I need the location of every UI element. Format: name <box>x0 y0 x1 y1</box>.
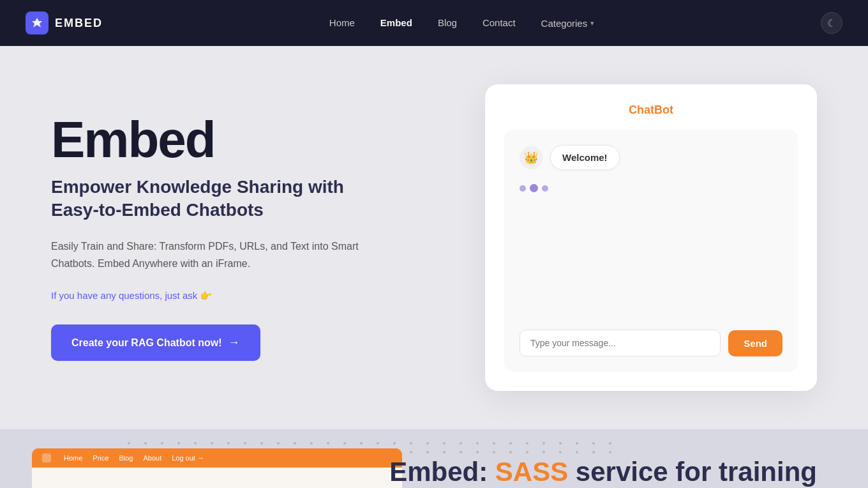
chatbot-card: ChatBot 👑 Welcome! <box>485 84 817 391</box>
logo-icon <box>26 11 49 34</box>
nav-item-embed[interactable]: Embed <box>380 17 412 29</box>
widget-nav-price: Price <box>93 454 108 462</box>
bottom-widget: Home Price Blog About Log out → <box>32 448 402 488</box>
dot-3 <box>542 185 548 192</box>
svg-point-0 <box>35 21 39 25</box>
nav-item-contact[interactable]: Contact <box>483 17 516 29</box>
bottom-text-line1: Embed: SASS service for training <box>389 457 817 487</box>
widget-nav-blog: Blog <box>119 454 133 462</box>
bottom-strip: Home Price Blog About Log out → Embed: S… <box>0 429 868 488</box>
logo[interactable]: EMBED <box>26 11 103 34</box>
widget-nav-links: Home Price Blog About Log out → <box>64 454 204 462</box>
chatbot-inner: 👑 Welcome! Send <box>504 130 798 372</box>
nav-categories[interactable]: Categories ▾ <box>541 18 595 29</box>
bottom-right-text: Embed: SASS service for training <box>389 457 817 487</box>
chat-input[interactable] <box>520 330 721 356</box>
widget-body <box>32 468 402 488</box>
dot-2 <box>530 184 538 192</box>
nav-links: Home Embed Blog Contact Categories ▾ <box>329 17 594 29</box>
dot-1 <box>520 185 526 192</box>
question-link[interactable]: If you have any questions, just ask 👉 <box>51 290 212 301</box>
widget-nav-home: Home <box>64 454 82 462</box>
widget-top-bar: Home Price Blog About Log out → <box>32 448 402 468</box>
hero-description: Easily Train and Share: Transform PDFs, … <box>51 238 383 272</box>
nav-item-home[interactable]: Home <box>329 17 355 29</box>
navbar: EMBED Home Embed Blog Contact Categories… <box>0 0 868 46</box>
hero-right: ChatBot 👑 Welcome! <box>485 84 817 391</box>
hero-left: Embed Empower Knowledge Sharing withEasy… <box>51 114 434 361</box>
chat-messages: 👑 Welcome! <box>520 145 782 317</box>
welcome-message-row: 👑 Welcome! <box>520 145 782 170</box>
chatbot-title: ChatBot <box>504 103 798 117</box>
send-button[interactable]: Send <box>728 330 782 356</box>
logo-text: EMBED <box>55 17 103 30</box>
moon-icon: ☾ <box>827 17 836 29</box>
nav-item-blog[interactable]: Blog <box>438 17 457 29</box>
crown-icon: 👑 <box>524 151 538 165</box>
hero-section: Embed Empower Knowledge Sharing withEasy… <box>0 46 868 429</box>
widget-nav-logout: Log out → <box>172 454 204 462</box>
cta-button[interactable]: Create your RAG Chatbot now! → <box>51 324 260 361</box>
widget-nav-about: About <box>143 454 161 462</box>
chat-input-row: Send <box>520 330 782 356</box>
widget-logo-icon <box>42 454 51 462</box>
chevron-down-icon: ▾ <box>590 19 594 27</box>
bot-avatar: 👑 <box>520 146 542 169</box>
cta-label: Create your RAG Chatbot now! <box>71 337 222 349</box>
loading-indicator <box>520 178 782 199</box>
arrow-icon: → <box>228 336 240 349</box>
welcome-bubble: Welcome! <box>550 145 620 170</box>
categories-label: Categories <box>541 18 588 29</box>
dark-mode-button[interactable]: ☾ <box>821 12 842 34</box>
hero-title: Embed <box>51 114 434 165</box>
hero-subtitle: Empower Knowledge Sharing withEasy-to-Em… <box>51 176 434 222</box>
